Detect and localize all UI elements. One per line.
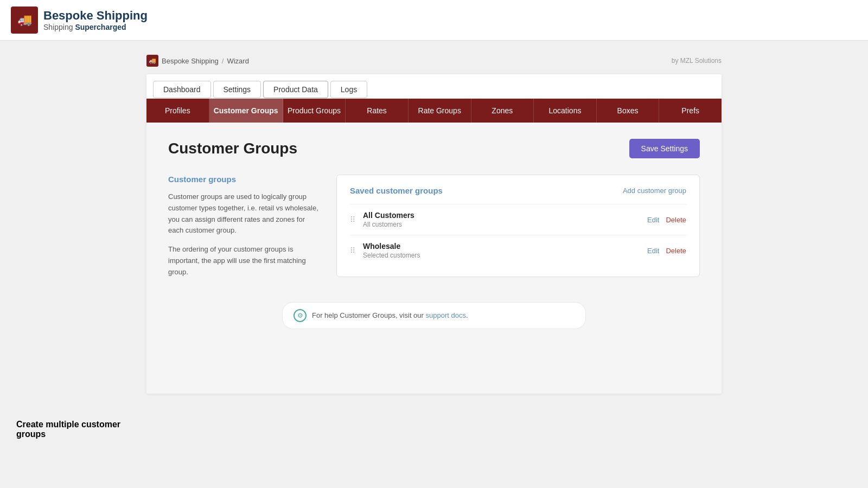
main-wrapper: 🚚 Bespoke Shipping / Wizard by MZL Solut…: [136, 41, 732, 402]
group-item: ⠿ Wholesale Selected customers Edit Dele…: [350, 235, 686, 266]
group-name: All Customers: [363, 211, 642, 220]
page-header-row: Customer Groups Save Settings: [168, 139, 700, 158]
by-mzl-text: by MZL Solutions: [672, 57, 722, 65]
save-settings-button[interactable]: Save Settings: [629, 139, 700, 158]
group-desc: All customers: [363, 221, 642, 228]
logo-icon: 🚚: [11, 7, 38, 34]
support-docs-link[interactable]: support docs: [426, 311, 466, 319]
edit-group-link[interactable]: Edit: [647, 216, 659, 224]
delete-group-link[interactable]: Delete: [666, 216, 686, 224]
top-nav: DashboardSettingsProduct DataLogs: [153, 81, 367, 98]
logo-subtitle: Shipping Supercharged: [43, 23, 148, 31]
top-nav-row: DashboardSettingsProduct DataLogs: [146, 74, 722, 99]
top-nav-btn-settings[interactable]: Settings: [213, 81, 261, 98]
brown-nav-item-boxes[interactable]: Boxes: [597, 99, 660, 123]
logo-box: 🚚 Bespoke Shipping Shipping Supercharged: [11, 7, 148, 34]
help-text: For help Customer Groups, visit our supp…: [312, 311, 468, 319]
brown-nav-item-zones[interactable]: Zones: [471, 99, 534, 123]
group-info: Wholesale Selected customers: [363, 242, 642, 259]
brown-nav: ProfilesCustomer GroupsProduct GroupsRat…: [146, 99, 722, 123]
group-desc: Selected customers: [363, 252, 642, 259]
saved-groups-title: Saved customer groups: [350, 186, 443, 195]
top-nav-btn-dashboard[interactable]: Dashboard: [153, 81, 211, 98]
top-nav-btn-logs[interactable]: Logs: [330, 81, 367, 98]
edit-group-link[interactable]: Edit: [647, 247, 659, 255]
right-panel-header: Saved customer groups Add customer group: [350, 186, 686, 195]
page-title: Customer Groups: [168, 140, 297, 157]
left-panel-desc1: Customer groups are used to logically gr…: [168, 191, 320, 236]
delete-group-link[interactable]: Delete: [666, 247, 686, 255]
group-item: ⠿ All Customers All customers Edit Delet…: [350, 204, 686, 235]
left-panel-desc2: The ordering of your customer groups is …: [168, 244, 320, 278]
breadcrumb-icon: 🚚: [146, 55, 158, 67]
help-bar: ⚙ For help Customer Groups, visit our su…: [282, 302, 586, 329]
left-panel-title: Customer groups: [168, 175, 320, 184]
brown-nav-item-locations[interactable]: Locations: [534, 99, 597, 123]
brown-nav-item-customer-groups[interactable]: Customer Groups: [209, 99, 283, 123]
group-info: All Customers All customers: [363, 211, 642, 228]
brown-nav-item-rate-groups[interactable]: Rate Groups: [409, 99, 471, 123]
breadcrumb-app: Bespoke Shipping: [162, 57, 219, 65]
drag-handle-icon[interactable]: ⠿: [350, 215, 355, 224]
main-panel: DashboardSettingsProduct DataLogs Profil…: [146, 74, 722, 394]
right-panel: Saved customer groups Add customer group…: [336, 175, 700, 277]
groups-list: ⠿ All Customers All customers Edit Delet…: [350, 204, 686, 266]
group-actions: Edit Delete: [647, 247, 686, 255]
brown-nav-item-profiles[interactable]: Profiles: [146, 99, 209, 123]
help-icon: ⚙: [293, 309, 307, 322]
app-header: 🚚 Bespoke Shipping Shipping Supercharged: [0, 0, 868, 41]
page-container: Customer Groups Save Settings Customer g…: [146, 123, 722, 394]
brown-nav-item-prefs[interactable]: Prefs: [659, 99, 722, 123]
top-nav-btn-product-data[interactable]: Product Data: [263, 81, 328, 98]
breadcrumb-separator: /: [222, 57, 224, 65]
breadcrumb-current: Wizard: [227, 57, 248, 65]
group-name: Wholesale: [363, 242, 642, 251]
logo-text: Bespoke Shipping Shipping Supercharged: [43, 9, 148, 31]
group-actions: Edit Delete: [647, 216, 686, 224]
breadcrumb: 🚚 Bespoke Shipping / Wizard by MZL Solut…: [146, 49, 722, 74]
brown-nav-item-product-groups[interactable]: Product Groups: [283, 99, 346, 123]
brown-nav-item-rates[interactable]: Rates: [346, 99, 409, 123]
drag-handle-icon[interactable]: ⠿: [350, 246, 355, 255]
logo-title: Bespoke Shipping: [43, 9, 148, 23]
add-customer-group-link[interactable]: Add customer group: [623, 187, 686, 195]
content-layout: Customer groups Customer groups are used…: [168, 175, 700, 286]
left-panel: Customer groups Customer groups are used…: [168, 175, 320, 286]
